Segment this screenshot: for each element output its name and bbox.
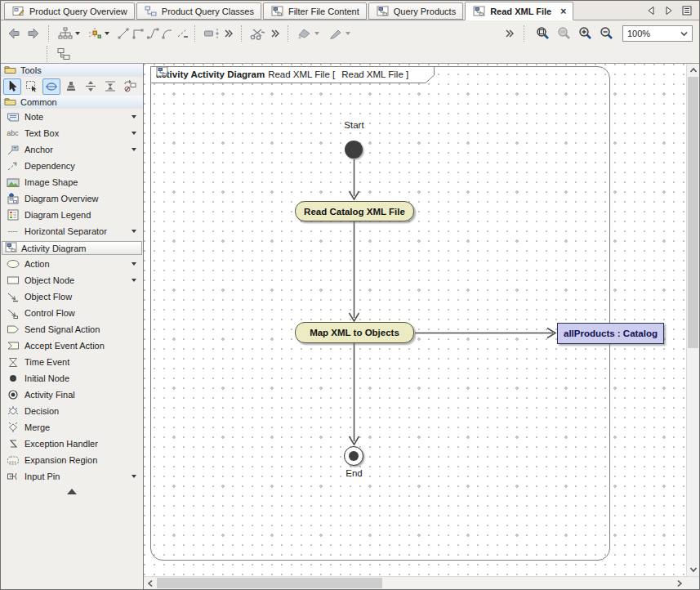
sidebar-item-expansion-region[interactable]: Expansion Region <box>1 452 143 468</box>
item-dropdown-icon[interactable] <box>132 230 136 233</box>
sidebar-item-initial-node[interactable]: Initial Node <box>1 370 143 387</box>
canvas-vertical-scrollbar[interactable] <box>686 64 699 576</box>
tab-filter-file-content[interactable]: Filter File Content <box>263 2 367 20</box>
initial-node[interactable] <box>345 141 363 159</box>
sidebar-item-merge[interactable]: Merge <box>1 419 143 436</box>
sidebar-item-diagram-overview[interactable]: Diagram Overview <box>1 190 143 207</box>
sidebar-item-object-flow[interactable]: Object Flow <box>1 288 143 305</box>
sidebar-item-input-pin[interactable]: Input Pin <box>1 468 143 485</box>
canvas-horizontal-scrollbar[interactable] <box>144 576 699 589</box>
tab-label: Read XML File <box>490 7 551 16</box>
scroll-up-arrow-icon[interactable] <box>687 64 700 77</box>
item-dropdown-icon[interactable] <box>132 132 136 135</box>
item-dropdown-icon[interactable] <box>132 262 136 266</box>
sidebar-item-object-node[interactable]: Object Node <box>1 272 143 288</box>
sidebar-item-note[interactable]: Note <box>1 109 143 125</box>
fill-color-dropdown-icon[interactable] <box>314 32 319 35</box>
zoom-out-icon[interactable] <box>596 25 616 42</box>
common-section-header[interactable]: Common <box>1 96 143 109</box>
fill-color-icon[interactable] <box>295 25 314 42</box>
activity-final-node[interactable] <box>344 446 363 466</box>
sidebar-item-image-shape[interactable]: Image Shape <box>1 174 143 190</box>
scroll-right-arrow-icon[interactable] <box>673 577 686 590</box>
action-read-catalog-xml-file[interactable]: Read Catalog XML File <box>295 201 414 221</box>
compress-vertical-tool-button[interactable] <box>101 78 119 95</box>
overflow-chevrons-icon[interactable] <box>502 25 517 42</box>
sidebar-item-accept-event-action[interactable]: Accept Event Action <box>1 337 143 354</box>
tab-query-products[interactable]: Query Products <box>368 2 463 20</box>
toolbar-row-1: 100% <box>4 22 696 45</box>
sidebar-item-text-box[interactable]: abc Text Box <box>1 125 143 141</box>
select-tool-button[interactable] <box>3 78 21 95</box>
layout-diagram-icon[interactable] <box>56 25 75 42</box>
control-flow-read-to-map[interactable] <box>350 221 359 321</box>
activity-diagram-section-header[interactable]: Activity Diagram <box>2 241 142 255</box>
tools-section-header[interactable]: Tools <box>1 64 143 77</box>
sidebar-item-send-signal-action[interactable]: Send Signal Action <box>1 321 143 337</box>
sidebar-item-time-event[interactable]: Time Event <box>1 354 143 370</box>
scroll-left-arrow-icon[interactable] <box>144 577 157 590</box>
path-rectilinear-icon[interactable] <box>131 25 145 42</box>
horizontal-scroll-thumb[interactable] <box>157 578 382 588</box>
control-flow-map-to-end[interactable] <box>350 343 359 445</box>
zoom-selection-icon[interactable] <box>554 25 573 42</box>
zoom-in-icon[interactable] <box>575 25 595 42</box>
sidebar-item-decision[interactable]: Decision <box>1 403 143 419</box>
item-dropdown-icon[interactable] <box>132 475 136 478</box>
layout-dropdown-icon[interactable] <box>75 32 80 35</box>
folder-icon <box>4 96 16 108</box>
tab-close-icon[interactable]: × <box>560 7 566 16</box>
sidebar-item-exception-handler[interactable]: Exception Handler <box>1 436 143 452</box>
control-flow-start-to-read[interactable] <box>350 159 359 199</box>
expansion-region-icon <box>6 455 20 466</box>
item-dropdown-icon[interactable] <box>132 115 136 118</box>
quick-layout-icon[interactable] <box>85 25 105 42</box>
overflow-chevrons-icon[interactable] <box>221 25 236 42</box>
scroll-tabs-left-icon[interactable] <box>645 5 657 16</box>
marquee-select-tool-button[interactable] <box>23 78 41 95</box>
path-oblique-icon[interactable] <box>145 25 160 42</box>
tab-list-icon[interactable] <box>681 5 693 16</box>
tab-product-query-classes[interactable]: Product Query Classes <box>136 2 261 20</box>
cut-icon[interactable] <box>248 25 268 42</box>
palette-scroll-up-button[interactable] <box>1 485 143 494</box>
diagram-canvas[interactable]: activity Activity Diagram Read XML File … <box>144 64 686 576</box>
object-flow-map-to-allproducts[interactable] <box>415 329 555 338</box>
item-dropdown-icon[interactable] <box>132 279 136 282</box>
toolbar-zoom-cluster: 100% <box>502 25 696 42</box>
sidebar-item-dependency[interactable]: Dependency <box>1 158 143 174</box>
line-color-icon[interactable] <box>326 25 346 42</box>
tab-read-xml-file[interactable]: Read XML File × <box>465 2 573 20</box>
item-dropdown-icon[interactable] <box>132 148 136 151</box>
object-node-allproducts-catalog[interactable]: allProducts : Catalog <box>557 323 664 344</box>
insert-shape-icon[interactable] <box>202 25 221 42</box>
sidebar-item-horizontal-separator[interactable]: ---- Horizontal Separator <box>1 223 143 239</box>
action-map-xml-to-objects[interactable]: Map XML to Objects <box>295 322 414 343</box>
zoom-level-select[interactable]: 100% <box>622 25 693 42</box>
line-color-dropdown-icon[interactable] <box>346 32 350 35</box>
forward-icon[interactable] <box>24 25 43 42</box>
horizontal-scroll-track[interactable] <box>157 577 673 589</box>
vertical-scroll-thumb[interactable] <box>688 77 698 348</box>
sticky-link-tool-button[interactable] <box>42 78 60 95</box>
path-custom-icon[interactable] <box>175 25 189 42</box>
swap-refresh-tool-button[interactable] <box>121 78 139 95</box>
path-curved-icon[interactable] <box>160 25 175 42</box>
quick-layout-dropdown-icon[interactable] <box>105 32 109 35</box>
path-straight-icon[interactable] <box>116 25 131 42</box>
vertical-scroll-track[interactable] <box>687 77 699 563</box>
stamp-tool-button[interactable] <box>62 78 80 95</box>
distribute-vertical-tool-button[interactable] <box>82 78 100 95</box>
scroll-tabs-right-icon[interactable] <box>663 5 675 16</box>
sidebar-item-activity-final[interactable]: Activity Final <box>1 387 143 403</box>
sidebar-item-diagram-legend[interactable]: Diagram Legend <box>1 207 143 223</box>
sidebar-item-control-flow[interactable]: Control Flow <box>1 305 143 321</box>
back-icon[interactable] <box>4 25 24 42</box>
zoom-fit-icon[interactable] <box>533 25 552 42</box>
sidebar-item-anchor[interactable]: Anchor <box>1 141 143 158</box>
scroll-down-arrow-icon[interactable] <box>687 563 700 576</box>
containment-icon[interactable] <box>54 45 74 63</box>
overflow-chevrons-icon[interactable] <box>268 25 283 42</box>
sidebar-item-action[interactable]: Action <box>1 256 143 272</box>
tab-product-query-overview[interactable]: Product Query Overview <box>4 2 135 20</box>
